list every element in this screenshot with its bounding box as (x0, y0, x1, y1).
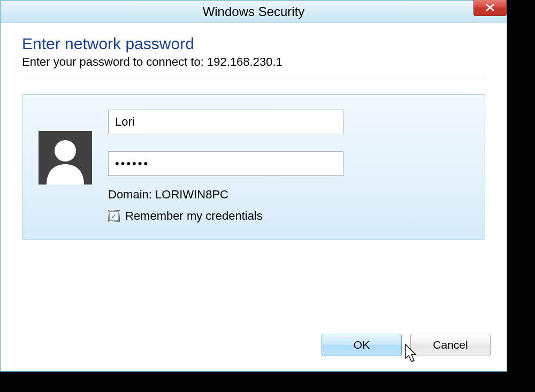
domain-label: Domain: LORIWIN8PC (108, 188, 469, 202)
remember-credentials-row: ✓ Remember my credentials (108, 209, 469, 223)
checkmark-icon: ✓ (111, 212, 117, 220)
window-title: Windows Security (203, 4, 305, 19)
cancel-button[interactable]: Cancel (410, 334, 491, 356)
close-icon (486, 3, 494, 13)
username-input[interactable] (108, 110, 343, 134)
remember-credentials-checkbox[interactable]: ✓ (108, 210, 120, 222)
close-button[interactable] (473, 0, 507, 16)
titlebar[interactable]: Windows Security (1, 1, 507, 23)
user-icon (39, 131, 92, 185)
remember-credentials-label: Remember my credentials (125, 209, 263, 223)
svg-point-1 (55, 140, 76, 162)
content-area: Enter network password Enter your passwo… (1, 23, 507, 240)
dialog-subheading: Enter your password to connect to: 192.1… (22, 55, 485, 69)
separator (22, 79, 485, 79)
ok-button[interactable]: OK (322, 334, 402, 356)
password-input[interactable] (108, 151, 343, 176)
credentials-panel: Domain: LORIWIN8PC ✓ Remember my credent… (22, 94, 485, 240)
dialog-button-row: OK Cancel (322, 334, 491, 356)
credentials-fields: Domain: LORIWIN8PC ✓ Remember my credent… (108, 110, 469, 223)
dialog-heading: Enter network password (22, 35, 485, 53)
windows-security-dialog: Windows Security Enter network password … (0, 0, 507, 372)
